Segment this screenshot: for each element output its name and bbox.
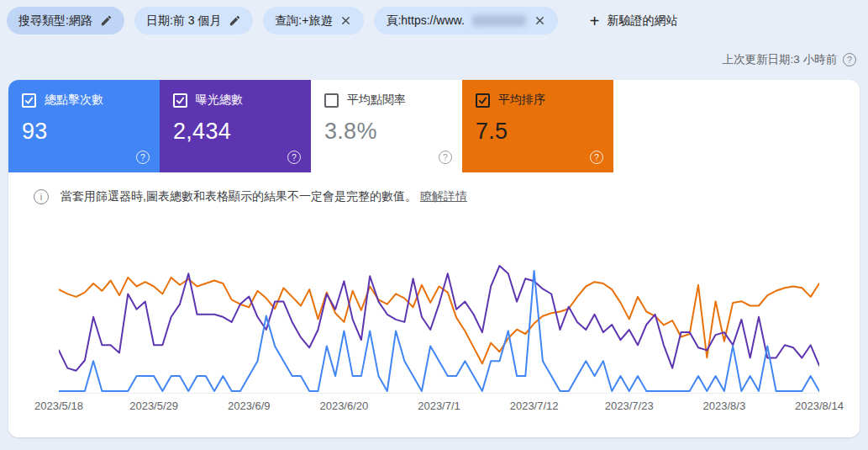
metric-value: 7.5: [476, 119, 600, 145]
add-verified-site-button[interactable]: + 新驗證的網站: [585, 12, 683, 30]
metric-card-total-clicks[interactable]: 總點擊次數 93 ?: [8, 80, 160, 172]
x-axis-tick-label: 2023/7/1: [418, 400, 460, 412]
x-axis-tick-label: 2023/6/9: [228, 400, 271, 412]
edit-icon[interactable]: [229, 14, 241, 27]
x-axis-tick-label: 2023/5/18: [34, 400, 83, 412]
metric-label: 總點擊次數: [45, 93, 103, 108]
last-updated-status: 上次更新日期:3 小時前 ?: [722, 52, 856, 67]
filter-chip-label: 日期:前 3 個月: [146, 13, 221, 29]
plus-icon: +: [590, 13, 600, 29]
help-icon[interactable]: ?: [590, 151, 603, 164]
help-icon[interactable]: ?: [439, 151, 452, 164]
metric-card-average-position[interactable]: 平均排序 7.5 ?: [462, 80, 613, 172]
checkbox-checked-icon[interactable]: [22, 93, 36, 108]
x-axis-tick-label: 2023/8/14: [795, 400, 844, 412]
filter-chip-search-type[interactable]: 搜尋類型:網路: [7, 7, 124, 34]
filter-chip-label: 搜尋類型:網路: [18, 13, 92, 29]
x-axis-tick-label: 2023/5/29: [129, 400, 178, 412]
performance-chart: 2023/5/182023/5/292023/6/92023/6/202023/…: [59, 257, 819, 414]
redacted-url: [472, 15, 526, 26]
filter-chip-page[interactable]: 頁:https://www.: [374, 7, 557, 34]
help-icon[interactable]: ?: [287, 151, 301, 164]
help-icon[interactable]: ?: [136, 151, 150, 164]
filter-chip-label: 查詢:+旅遊: [275, 13, 332, 29]
filter-chip-bar: 搜尋類型:網路 日期:前 3 個月 查詢:+旅遊 頁:https://www. …: [7, 7, 682, 34]
last-updated-text: 上次更新日期:3 小時前: [722, 52, 837, 67]
checkbox-checked-icon[interactable]: [476, 93, 490, 108]
filter-chip-date[interactable]: 日期:前 3 個月: [134, 7, 253, 34]
checkbox-unchecked-icon[interactable]: [324, 93, 339, 108]
notice-text: 當套用篩選器時,圖表總數和表格顯示的結果不一定會是完整的數值。瞭解詳情: [60, 189, 467, 204]
info-icon: i: [34, 189, 49, 204]
checkbox-checked-icon[interactable]: [173, 93, 187, 108]
x-axis-tick-label: 2023/6/20: [319, 400, 368, 412]
metric-label: 平均排序: [498, 93, 545, 108]
add-verified-site-label: 新驗證的網站: [607, 13, 677, 29]
x-axis-tick-label: 2023/7/12: [510, 400, 559, 412]
metric-label: 平均點閱率: [347, 93, 406, 108]
metric-card-total-impressions[interactable]: 曝光總數 2,434 ?: [160, 80, 311, 172]
edit-icon[interactable]: [100, 14, 113, 27]
chart-line-position: [59, 278, 819, 363]
filter-notice: i 當套用篩選器時,圖表總數和表格顯示的結果不一定會是完整的數值。瞭解詳情: [34, 189, 467, 204]
chart-line-impressions: [59, 266, 819, 371]
close-icon[interactable]: [534, 14, 546, 27]
metric-label: 曝光總數: [196, 93, 243, 108]
performance-report-card: 總點擊次數 93 ? 曝光總數 2,434 ? 平均點閱率 3.8% ? 平均排…: [8, 80, 860, 437]
chart-line-clicks: [59, 271, 819, 391]
help-icon[interactable]: ?: [843, 53, 856, 66]
search-console-performance-page: { "filters": { "chips": [ { "label": "搜尋…: [0, 0, 868, 450]
filter-chip-label: 頁:https://www.: [386, 13, 464, 29]
performance-chart-svg: [59, 257, 819, 393]
x-axis-tick-label: 2023/7/23: [605, 400, 654, 412]
metric-card-average-ctr[interactable]: 平均點閱率 3.8% ?: [311, 80, 462, 172]
x-axis-ticks: 2023/5/182023/5/292023/6/92023/6/202023/…: [59, 393, 819, 414]
metric-cards-row: 總點擊次數 93 ? 曝光總數 2,434 ? 平均點閱率 3.8% ? 平均排…: [8, 80, 860, 172]
x-axis-tick-label: 2023/8/3: [703, 400, 746, 412]
metric-value: 2,434: [173, 119, 297, 145]
filter-chip-query[interactable]: 查詢:+旅遊: [263, 7, 364, 34]
metric-value: 3.8%: [324, 119, 449, 145]
learn-more-link[interactable]: 瞭解詳情: [420, 189, 467, 203]
metric-value: 93: [22, 119, 146, 145]
close-icon[interactable]: [339, 14, 352, 27]
